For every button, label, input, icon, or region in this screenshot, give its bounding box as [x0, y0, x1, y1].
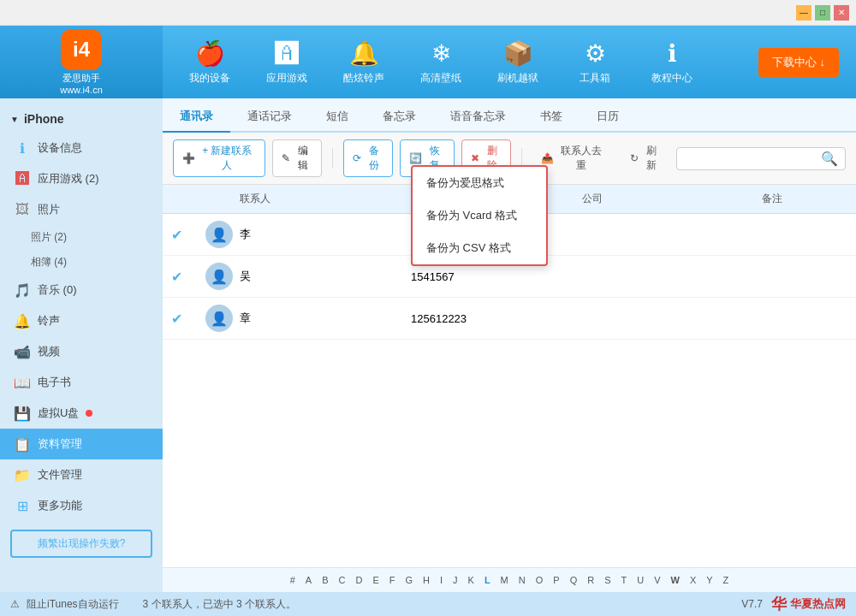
header-note: 备注	[753, 185, 856, 213]
check-icon: ✔	[171, 270, 182, 284]
icon-music: 🎵	[14, 281, 31, 299]
alpha-char-Q[interactable]: Q	[567, 573, 581, 587]
alpha-char-V[interactable]: V	[651, 573, 663, 587]
alpha-char-G[interactable]: G	[401, 573, 416, 587]
sidebar-item-photos-sub[interactable]: 照片 (2)	[0, 225, 163, 250]
sidebar-section-iphone[interactable]: ▼ iPhone	[0, 105, 163, 133]
close-button[interactable]: ✕	[834, 5, 849, 21]
window-controls: — □ ✕	[796, 5, 849, 21]
alpha-char-C[interactable]: C	[335, 573, 348, 587]
nav-icon-tutorials: ℹ	[668, 39, 677, 68]
alpha-char-M[interactable]: M	[497, 573, 512, 587]
minimize-button[interactable]: —	[796, 5, 811, 21]
sec-tab-bookmarks[interactable]: 书签	[523, 102, 580, 133]
new-contact-button[interactable]: ➕ + 新建联系人	[173, 139, 265, 177]
maximize-button[interactable]: □	[815, 5, 830, 21]
alpha-char-A[interactable]: A	[302, 573, 315, 587]
nav-tab-tutorials[interactable]: ℹ教程中心	[633, 28, 710, 97]
icon-device-info: ℹ	[14, 139, 31, 157]
alpha-char-T[interactable]: T	[618, 573, 631, 587]
table-row[interactable]: ✔ 👤 章 125612223	[163, 298, 856, 340]
label-video: 视频	[38, 344, 60, 359]
backup-aisi-option[interactable]: 备份为爱思格式	[413, 167, 546, 199]
nav-tab-tools[interactable]: ⚙工具箱	[556, 28, 633, 97]
toolbar-divider-1	[332, 148, 333, 169]
sidebar-item-music[interactable]: 🎵音乐 (0)	[0, 275, 163, 305]
sidebar-item-photos[interactable]: 🖼照片	[0, 194, 163, 225]
alpha-char-H[interactable]: H	[419, 573, 433, 587]
row-name: 章	[231, 304, 402, 333]
alpha-char-W[interactable]: W	[668, 573, 683, 587]
sidebar-item-file-manage[interactable]: 📁文件管理	[0, 459, 163, 490]
backup-csv-option[interactable]: 备份为 CSV 格式	[413, 232, 546, 264]
alpha-char-J[interactable]: J	[449, 573, 461, 587]
nav-tab-jailbreak[interactable]: 📦刷机越狱	[479, 28, 556, 97]
alpha-char-O[interactable]: O	[532, 573, 547, 587]
sec-tab-sms[interactable]: 短信	[309, 102, 366, 133]
sec-tab-memo[interactable]: 备忘录	[366, 102, 433, 133]
watermark: 华 华夏热点网	[771, 594, 846, 614]
row-note	[753, 228, 856, 241]
alpha-char-D[interactable]: D	[352, 573, 366, 587]
delete-icon: ✖	[471, 152, 479, 164]
nav-tab-wallpaper[interactable]: ❄高清壁纸	[402, 28, 479, 97]
alpha-char-N[interactable]: N	[515, 573, 529, 587]
sec-tab-calendar[interactable]: 日历	[580, 102, 636, 133]
sidebar-item-ebook[interactable]: 📖电子书	[0, 367, 163, 398]
nav-tab-ringtones[interactable]: 🔔酷炫铃声	[325, 28, 402, 97]
sidebar: ▼ iPhone ℹ设备信息🅰应用游戏 (2)🖼照片照片 (2)相簿 (4)🎵音…	[0, 98, 163, 592]
alpha-char-R[interactable]: R	[584, 573, 597, 587]
sec-tab-voice-memo[interactable]: 语音备忘录	[433, 102, 523, 133]
download-button[interactable]: 下载中心 ↓	[758, 48, 839, 77]
icon-data-manage: 📋	[14, 435, 31, 453]
header-company: 公司	[574, 185, 753, 213]
alpha-char-B[interactable]: B	[318, 573, 331, 587]
logo-url: www.i4.cn	[60, 85, 103, 95]
refresh-button[interactable]: ↻ 刷新	[621, 140, 669, 176]
sidebar-item-app-games[interactable]: 🅰应用游戏 (2)	[0, 163, 163, 194]
icon-ringtones: 🔔	[14, 312, 31, 329]
alpha-char-S[interactable]: S	[601, 573, 614, 587]
alpha-char-P[interactable]: P	[550, 573, 562, 587]
status-bar: ⚠ 阻止iTunes自动运行 3 个联系人，已选中 3 个联系人。 V7.7 华…	[0, 592, 856, 616]
row-avatar: 👤	[197, 214, 231, 255]
alpha-char-Z[interactable]: Z	[720, 573, 733, 587]
sidebar-item-data-manage[interactable]: 📋资料管理	[0, 429, 163, 459]
sec-tab-contacts[interactable]: 通讯录	[163, 102, 230, 133]
title-bar: — □ ✕	[0, 0, 856, 26]
alpha-char-K[interactable]: K	[465, 573, 478, 587]
label-music: 音乐 (0)	[38, 282, 77, 298]
search-input[interactable]	[684, 152, 821, 164]
alpha-char-L[interactable]: L	[481, 573, 494, 587]
nav-label-wallpaper: 高清壁纸	[420, 71, 461, 86]
logo-icon: i4	[61, 29, 102, 70]
trouble-btn[interactable]: 频繁出现操作失败?	[10, 530, 152, 558]
label-virtual-udisk: 虚拟U盘	[38, 406, 79, 421]
edit-button[interactable]: ✎ 编辑	[272, 139, 322, 177]
sidebar-item-more-features[interactable]: ⊞更多功能	[0, 490, 163, 521]
sidebar-item-albums-sub[interactable]: 相簿 (4)	[0, 250, 163, 275]
alpha-char-X[interactable]: X	[687, 573, 699, 587]
avatar: 👤	[205, 221, 233, 248]
alpha-char-Y[interactable]: Y	[703, 573, 716, 587]
logo-area: i4 爱思助手 www.i4.cn	[0, 26, 163, 98]
icon-more-features: ⊞	[14, 497, 31, 514]
badge-virtual-udisk	[86, 410, 92, 417]
alpha-char-U[interactable]: U	[633, 573, 647, 587]
nav-tab-app-games[interactable]: 🅰应用游戏	[248, 28, 325, 97]
icon-file-manage: 📁	[14, 466, 31, 483]
backup-vcard-option[interactable]: 备份为 Vcard 格式	[413, 199, 546, 232]
check-icon: ✔	[171, 228, 182, 242]
alpha-char-I[interactable]: I	[437, 573, 446, 587]
label-device-info: 设备信息	[38, 140, 82, 156]
sidebar-item-virtual-udisk[interactable]: 💾虚拟U盘	[0, 398, 163, 429]
backup-button[interactable]: ⟳ 备份	[343, 139, 393, 177]
alpha-char-F[interactable]: F	[386, 573, 399, 587]
alpha-char-E[interactable]: E	[369, 573, 382, 587]
sidebar-item-video[interactable]: 📹视频	[0, 336, 163, 367]
sidebar-item-ringtones[interactable]: 🔔铃声	[0, 305, 163, 336]
sec-tab-call-log[interactable]: 通话记录	[230, 102, 309, 133]
alpha-char-#[interactable]: #	[287, 573, 299, 587]
nav-tab-my-device[interactable]: 🍎我的设备	[171, 28, 248, 97]
sidebar-item-device-info[interactable]: ℹ设备信息	[0, 133, 163, 163]
